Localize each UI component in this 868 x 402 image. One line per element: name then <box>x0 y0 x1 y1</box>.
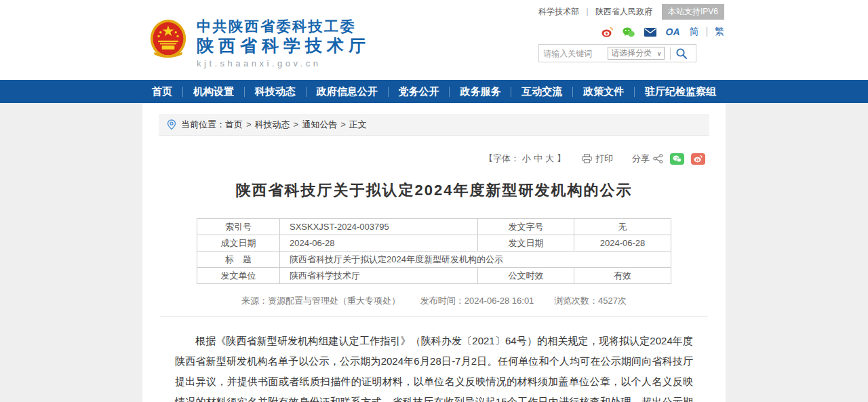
breadcrumb-label: 当前位置： <box>181 119 225 131</box>
breadcrumb-item-tech-news[interactable]: 科技动态 <box>255 119 290 131</box>
nav-item-discipline-inspection[interactable]: 驻厅纪检监察组 <box>645 85 716 98</box>
nav-separator <box>449 87 450 97</box>
print-button[interactable]: 打印 <box>582 153 613 165</box>
issuer-value: 陕西省科学技术厅 <box>280 268 478 284</box>
nav-item-organization[interactable]: 机构设置 <box>193 85 234 98</box>
font-size-large-button[interactable]: 大 <box>545 153 554 165</box>
article-paragraph: 根据《陕西省新型研发机构组建认定工作指引》（陕科办发〔2021〕64号）的相关规… <box>175 331 693 402</box>
article-publish-time: 发布时间：2024-06-28 16:01 <box>420 296 534 306</box>
nav-separator <box>306 87 307 97</box>
validity-label: 公文时效 <box>478 268 574 284</box>
index-number-label: 索引号 <box>197 219 280 235</box>
nav-separator <box>572 87 573 97</box>
doc-number-label: 发文字号 <box>478 219 574 235</box>
nav-item-home[interactable]: 首页 <box>152 85 172 98</box>
article-source: 来源：资源配置与管理处（重大专项处） <box>241 296 400 306</box>
site-domain: kjt.shaanxi.gov.cn <box>197 58 370 70</box>
index-number-value: SXSKXJST-2024-003795 <box>280 219 478 235</box>
table-row: 成文日期 2024-06-28 发文日期 2024-06-28 <box>197 235 671 252</box>
main-nav: 首页 机构设置 科技动态 政府信息公开 党务公开 政务服务 互动交流 政策文件 … <box>0 80 868 103</box>
share-nodes-icon <box>653 154 663 163</box>
lang-simplified[interactable]: 简 <box>690 26 699 37</box>
wechat-icon <box>673 155 682 163</box>
print-label: 打印 <box>595 153 613 165</box>
page-background: 当前位置： 首页 > 科技动态 > 通知公告 > 正文 【字体： 小 中 大 】 <box>0 103 868 402</box>
table-row: 标 题 陕西省科技厅关于拟认定2024年度新型研发机构的公示 <box>197 252 671 268</box>
doc-title-label: 标 题 <box>197 252 280 268</box>
national-emblem-icon <box>149 19 187 60</box>
search-icon <box>675 47 688 60</box>
font-size-medium-button[interactable]: 中 <box>534 153 542 165</box>
content-card: 当前位置： 首页 > 科技动态 > 通知公告 > 正文 【字体： 小 中 大 】 <box>142 103 726 402</box>
search-divider <box>670 47 671 60</box>
breadcrumb-separator: > <box>294 119 299 129</box>
share-wechat-button[interactable] <box>670 153 684 165</box>
category-select-value: 请选择分类 <box>611 47 652 59</box>
wechat-icon[interactable] <box>623 27 635 37</box>
font-size-suffix: 】 <box>557 153 566 165</box>
nav-item-interaction[interactable]: 互动交流 <box>521 85 562 98</box>
lang-traditional[interactable]: 繁 <box>715 26 724 37</box>
site-logo[interactable]: 中共陕西省委科技工委 陕西省科学技术厅 kjt.shaanxi.gov.cn <box>149 18 370 70</box>
nav-separator <box>182 87 183 97</box>
site-header: 中共陕西省委科技工委 陕西省科学技术厅 kjt.shaanxi.gov.cn 科… <box>0 0 868 80</box>
top-links-row: 科学技术部 ｜ 陕西省人民政府 本站支持IPV6 <box>538 4 724 20</box>
article-meta: 来源：资源配置与管理处（重大专项处） 发布时间：2024-06-28 16:01… <box>159 295 709 307</box>
lang-separator: | <box>705 26 708 37</box>
breadcrumb-separator: > <box>340 119 346 129</box>
nav-item-party-affairs[interactable]: 党务公开 <box>399 85 439 98</box>
written-date-label: 成文日期 <box>197 235 280 252</box>
weibo-icon[interactable] <box>601 27 613 37</box>
issue-date-value: 2024-06-28 <box>574 235 671 252</box>
doc-number-value: 无 <box>574 219 671 235</box>
article-toolbar: 【字体： 小 中 大 】 打印 分享 <box>159 153 709 165</box>
issuer-label: 发文单位 <box>197 268 280 284</box>
email-icon[interactable] <box>644 28 656 37</box>
share-button[interactable]: 分享 <box>632 153 663 165</box>
nav-separator <box>244 87 245 97</box>
breadcrumb-separator: > <box>246 119 252 129</box>
search-button[interactable] <box>675 45 696 62</box>
org-name-line2: 陕西省科学技术厅 <box>197 35 370 56</box>
breadcrumb-item-current: 正文 <box>349 119 367 131</box>
article-view-count: 浏览次数：4527次 <box>554 296 627 306</box>
doc-title-value: 陕西省科技厅关于拟认定2024年度新型研发机构的公示 <box>280 252 671 268</box>
nav-separator <box>388 87 389 97</box>
top-link-separator: ｜ <box>583 6 591 18</box>
language-switch: 简 | 繁 <box>690 26 724 38</box>
nav-item-policy-docs[interactable]: 政策文件 <box>583 85 624 98</box>
weibo-icon <box>694 155 703 163</box>
font-size-control: 【字体： 小 中 大 】 <box>483 153 567 165</box>
written-date-value: 2024-06-28 <box>280 235 478 252</box>
org-name-line1: 中共陕西省委科技工委 <box>197 18 370 35</box>
nav-separator <box>511 87 511 97</box>
table-row: 索引号 SXSKXJST-2024-003795 发文字号 无 <box>197 219 671 235</box>
ipv6-badge: 本站支持IPV6 <box>662 4 724 20</box>
link-provincial-gov[interactable]: 陕西省人民政府 <box>595 6 652 18</box>
breadcrumb-item-home[interactable]: 首页 <box>225 119 243 131</box>
document-info-table: 索引号 SXSKXJST-2024-003795 发文字号 无 成文日期 202… <box>197 218 671 284</box>
breadcrumb-item-notices[interactable]: 通知公告 <box>302 119 337 131</box>
chevron-down-icon: ∨ <box>657 50 662 57</box>
table-row: 发文单位 陕西省科学技术厅 公文时效 有效 <box>197 268 671 284</box>
share-weibo-button[interactable] <box>691 153 705 165</box>
social-icons-row: OA 简 | 繁 <box>538 26 724 38</box>
search-input[interactable] <box>539 49 608 58</box>
link-most[interactable]: 科学技术部 <box>538 6 579 18</box>
nav-item-gov-services[interactable]: 政务服务 <box>460 85 500 98</box>
font-size-prefix: 【字体： <box>484 153 519 165</box>
nav-item-gov-info[interactable]: 政府信息公开 <box>317 85 378 98</box>
nav-separator <box>634 87 635 97</box>
category-select[interactable]: 请选择分类 ∨ <box>608 47 665 60</box>
page-title: 陕西省科技厅关于拟认定2024年度新型研发机构的公示 <box>159 180 709 201</box>
location-pin-icon <box>167 119 176 130</box>
printer-icon <box>582 154 592 163</box>
nav-item-tech-news[interactable]: 科技动态 <box>255 85 296 98</box>
validity-value: 有效 <box>574 268 671 284</box>
issue-date-label: 发文日期 <box>478 235 574 252</box>
breadcrumb: 当前位置： 首页 > 科技动态 > 通知公告 > 正文 <box>159 114 709 136</box>
share-label: 分享 <box>632 153 650 165</box>
oa-link[interactable]: OA <box>666 26 680 37</box>
font-size-small-button[interactable]: 小 <box>522 153 531 165</box>
search-bar: 请选择分类 ∨ <box>538 44 696 62</box>
